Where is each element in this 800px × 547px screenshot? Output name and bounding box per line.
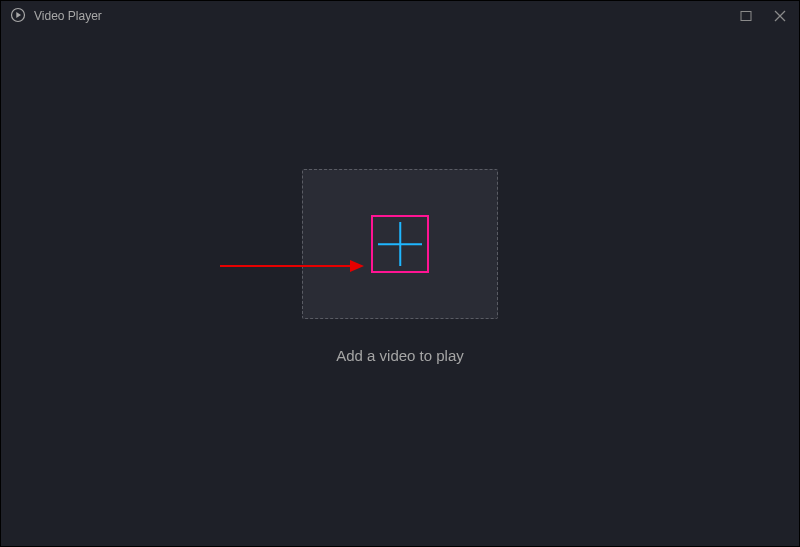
video-dropzone[interactable] (302, 169, 498, 319)
hint-text: Add a video to play (336, 347, 464, 364)
svg-marker-1 (16, 12, 21, 18)
center-wrap: Add a video to play (302, 209, 498, 364)
content-area: Add a video to play (0, 32, 800, 547)
add-button-highlight (371, 215, 429, 273)
close-button[interactable] (770, 6, 790, 26)
titlebar-left: Video Player (10, 7, 102, 26)
window-controls (736, 6, 790, 26)
app-title: Video Player (34, 9, 102, 23)
svg-rect-2 (741, 12, 751, 21)
titlebar: Video Player (0, 0, 800, 32)
maximize-button[interactable] (736, 6, 756, 26)
play-circle-icon (10, 7, 26, 26)
plus-icon (378, 222, 422, 266)
